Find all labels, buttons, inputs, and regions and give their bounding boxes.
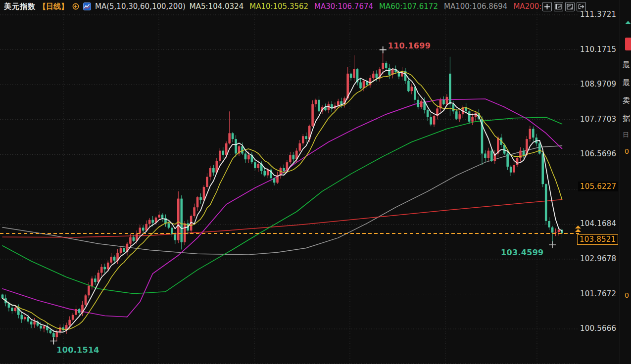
- legend-ma-item: MA30:106.7674: [314, 2, 373, 11]
- add-compare-icon[interactable]: [72, 3, 79, 10]
- quote-panel-cutoff: 最 最 卖 据 日 0 0: [620, 0, 631, 364]
- axis-price-label: 104.1684: [580, 219, 616, 228]
- quote-label-data: 据: [623, 114, 630, 123]
- chart-header: 美元指数 【日线】 MA(5,10,30,60,100,200) MA5:104…: [0, 0, 623, 13]
- period-tag: 【日线】: [39, 2, 68, 11]
- ma-legend: MA5:104.0324MA10:105.3562MA30:106.7674MA…: [190, 2, 546, 11]
- legend-ma-item: MA10:105.3562: [249, 2, 308, 11]
- axis-price-label: 100.5666: [580, 324, 616, 333]
- quote-label-date: 日: [623, 131, 629, 139]
- price-up-arrows-icon: [574, 226, 582, 232]
- axis-price-label: 108.9709: [580, 80, 616, 89]
- quote-label-sell: 卖: [623, 96, 630, 105]
- crosshair-move-icon[interactable]: [542, 2, 552, 11]
- legend-ma-item: MA60:107.6172: [379, 2, 438, 11]
- legend-ma-item: MA100:106.8694: [444, 2, 507, 11]
- axis-price-label: 102.9678: [580, 254, 616, 263]
- axis-price-label: 101.7672: [580, 289, 616, 298]
- axis-current-price-marker[interactable]: 103.8521: [577, 234, 618, 245]
- chart-style-icon[interactable]: [83, 2, 91, 10]
- symbol-title: 美元指数: [4, 2, 36, 11]
- price-annotation: 110.1699: [388, 41, 431, 50]
- pane-exit-icon[interactable]: [577, 2, 586, 11]
- quote-zero-bottom: 0: [625, 291, 629, 299]
- chart-toolbar: [542, 2, 586, 11]
- pane-chart-right-icon[interactable]: [565, 2, 575, 11]
- red-logo-block: [625, 38, 631, 50]
- quote-zero-top: 0: [625, 147, 629, 155]
- axis-price-label: 110.1715: [580, 45, 616, 54]
- axis-price-label: 107.7703: [580, 115, 616, 124]
- quote-label-low: 最: [623, 78, 630, 88]
- axis-mid-price-marker: 105.6227: [578, 182, 618, 191]
- trading-chart-app: { "header": { "symbol": "美元指数", "period_…: [0, 0, 631, 364]
- price-annotation: 103.4599: [501, 248, 543, 257]
- quote-label-high: 最: [623, 60, 630, 70]
- legend-ma-item: MA5:104.0324: [190, 2, 243, 11]
- axis-price-label: 106.5696: [580, 149, 616, 158]
- legend-ma-item: MA200:1: [513, 2, 546, 11]
- ma-settings-label[interactable]: MA(5,10,30,60,100,200): [95, 2, 186, 11]
- price-annotation: 100.1514: [56, 345, 99, 355]
- up-triangle-icon: [625, 21, 631, 24]
- candlestick-chart[interactable]: [0, 0, 631, 364]
- pane-chart-left-icon[interactable]: [554, 2, 563, 11]
